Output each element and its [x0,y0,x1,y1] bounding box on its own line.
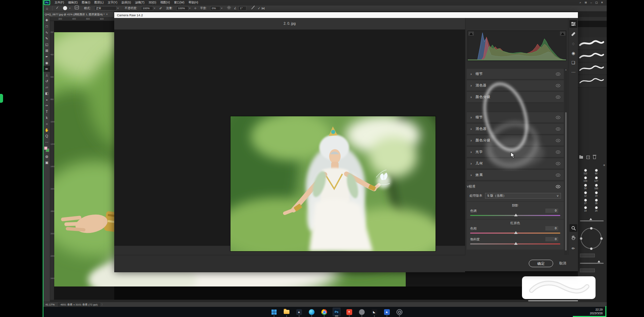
brush-stroke-thumb[interactable] [578,37,607,50]
recorder-widget[interactable] [0,94,3,103]
document-tab[interactable]: QHQ_0677.jpg @ 41% (调色预设 1, 图层蒙版/8) * × [43,12,114,17]
path-select-tool[interactable]: k [43,115,50,121]
menu-item-5[interactable]: 选择(S) [119,0,133,5]
move-tool[interactable]: ✚ [43,17,50,23]
healing-icon[interactable] [569,30,577,38]
taskbar-start[interactable] [270,308,278,316]
ok-button[interactable]: 确定 [529,260,553,267]
airbrush-icon[interactable]: ✧ [194,5,197,11]
menu-item-10[interactable]: 帮助(H) [186,0,200,5]
brush-tool-icon[interactable] [55,5,59,11]
opacity-value[interactable]: 100% [141,6,153,11]
visibility-eye-icon[interactable] [556,84,560,87]
zoom-icon[interactable] [569,224,577,232]
brush-preset-dropdown-icon[interactable]: ˅ [69,5,71,11]
adjust-brush-icon[interactable]: ✏ [569,244,577,252]
gradient-tool[interactable]: ◧ [43,90,50,96]
workspace-switcher-icon[interactable]: ⊞ [583,0,588,5]
snapshots-icon[interactable]: ❏ [569,59,577,66]
menu-item-0[interactable]: 文件(F) [53,0,66,5]
taskbar-photoshop[interactable]: Ps [333,308,341,316]
section-1[interactable]: ›混色器 [467,80,564,91]
section-6[interactable]: ›光学 [467,147,564,157]
lasso-tool[interactable]: ∿ [43,29,50,35]
slider-thumb[interactable] [514,242,518,245]
taskbar-photos[interactable]: ▲ [295,308,303,316]
brush-preset[interactable]: 24 [591,206,602,214]
slider-value[interactable]: 0 [545,237,558,241]
menu-item-1[interactable]: 编辑(E) [66,0,80,5]
brush-preset[interactable]: 12 [580,191,591,199]
section-5[interactable]: ›颜色分级 [467,135,564,145]
visibility-eye-icon[interactable] [556,162,560,165]
brush-stroke-thumb[interactable] [578,50,607,62]
eyedropper-tool[interactable]: ✒ [43,54,50,60]
slider-track[interactable] [470,233,560,234]
section-4[interactable]: ›混色器 [467,124,564,134]
taskbar-obs[interactable] [395,308,403,316]
section-2[interactable]: ›颜色分级 [467,92,564,102]
minimize-icon[interactable]: – [588,0,594,5]
panel-value-box-2[interactable] [580,269,595,272]
brush-preset[interactable]: 27 [580,199,591,206]
eraser-tool[interactable]: ▱ [43,84,50,90]
brush-stroke-thumb[interactable] [578,75,607,87]
visibility-eye-icon[interactable] [556,174,560,177]
taskbar-file-explorer[interactable] [282,308,290,316]
tablet-pressure-icon[interactable] [251,5,255,11]
menu-item-9[interactable]: 窗口(W) [172,0,186,5]
delete-icon[interactable] [593,156,596,159]
brush-preset[interactable]: 127 [591,176,602,184]
histogram[interactable] [467,31,566,61]
color-wheel[interactable] [581,228,602,249]
brush-preset[interactable]: 14 [580,206,591,214]
status-chevron-icon[interactable]: 〉 [101,303,104,306]
more-icon[interactable]: ⋯ [569,68,577,76]
calibration-header[interactable]: ˅校准 [467,181,564,192]
cancel-button[interactable]: 取消 [559,261,566,266]
zoom-tool[interactable]: Q [43,133,50,139]
panel-scrollbar[interactable]: ˄ ˅ [564,69,567,259]
brush-tool[interactable]: ✏ [43,66,50,72]
camera-raw-preview-area[interactable]: 适应（47%） 30% ˅ ▣ ◫ [114,29,465,246]
type-tool[interactable]: T [43,108,50,115]
section-0[interactable]: ›细节 [467,69,564,79]
menu-item-2[interactable]: 图像(I) [80,0,92,5]
taskbar-edge[interactable] [307,308,316,316]
brush-preset[interactable]: 35 [591,199,602,206]
camera-raw-titlebar[interactable]: Camera Raw 14.2 [114,12,578,18]
close-icon[interactable]: ✕ [599,0,605,5]
brush-preset[interactable]: 100 [580,176,591,184]
pen-tool[interactable]: ✑ [43,102,50,108]
smoothing-dropdown-icon[interactable]: ˅ [221,5,222,11]
shape-tool[interactable]: ○ [43,121,50,127]
section-8[interactable]: ›效果 [467,170,564,180]
mode-select[interactable]: 正常 [94,6,117,11]
edit-icon[interactable] [569,20,577,28]
flow-dropdown-icon[interactable]: ˅ [189,5,190,11]
foreground-color-swatch[interactable] [44,146,47,150]
marquee-tool[interactable]: □ [43,23,50,29]
angle-value[interactable]: 1° [238,6,246,11]
menu-item-3[interactable]: 图层(L) [92,0,105,5]
visibility-eye-icon[interactable] [556,73,560,76]
slider-thumb[interactable] [514,231,518,234]
brush-preset[interactable]: 60 [591,169,602,176]
slider-track[interactable] [470,215,560,216]
taskbar-red-app[interactable]: ✦ [345,308,353,316]
screen-mode[interactable]: ▣ [43,159,50,165]
taskbar-dark-app[interactable]: ◣ [370,308,378,316]
search-icon[interactable]: ⌕ [578,0,583,5]
restore-icon[interactable]: ▢ [594,0,599,5]
crop-tool[interactable]: ◱ [43,41,50,47]
panel-slider[interactable] [580,220,604,221]
scroll-up-icon[interactable]: ˄ [564,69,567,71]
visibility-eye-icon[interactable] [556,139,560,142]
color-swatches[interactable] [43,146,50,153]
panel-value-box[interactable] [580,254,595,257]
smoothing-value[interactable]: 0% [210,6,220,11]
brush-preset[interactable]: 112 [580,169,591,176]
menu-item-6[interactable]: 滤镜(T) [133,0,146,5]
slider-track[interactable] [470,243,560,244]
new-brush-icon[interactable]: + [586,156,590,159]
